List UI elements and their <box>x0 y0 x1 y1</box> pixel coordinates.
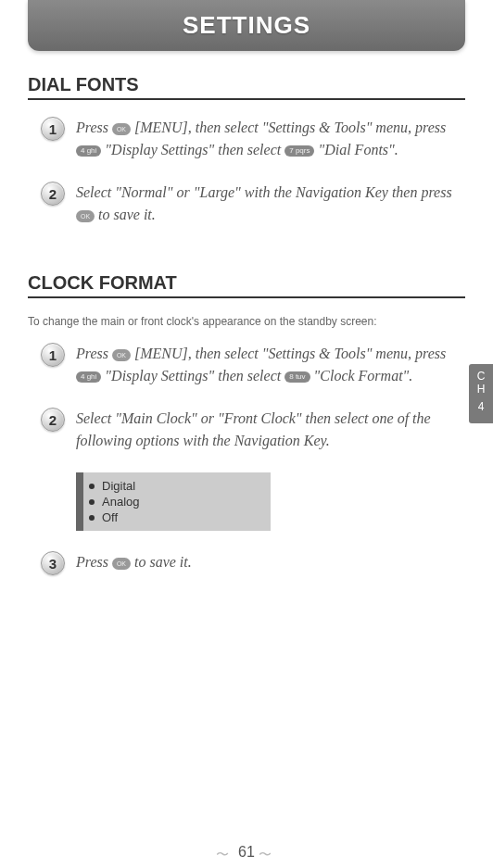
text-fragment: to save it. <box>134 554 192 570</box>
text-fragment: "Clock Format". <box>314 368 413 384</box>
key-7-icon: 7 pqrs <box>284 145 314 157</box>
section-title-clock-format: CLOCK FORMAT <box>28 272 465 294</box>
section-subtitle: To change the main or front clock's appe… <box>28 315 465 328</box>
list-item: Digital <box>85 478 263 494</box>
content-area: DIAL FONTS 1 Press OK [MENU], then selec… <box>0 51 493 575</box>
step-item: 1 Press OK [MENU], then select "Settings… <box>41 117 465 161</box>
step-number-badge: 3 <box>41 551 65 575</box>
step-number-badge: 1 <box>41 117 65 141</box>
step-number-badge: 2 <box>41 182 65 206</box>
text-fragment: Press <box>76 554 112 570</box>
text-fragment: Select "Normal" or "Large" with the Navi… <box>76 184 452 200</box>
text-fragment: "Display Settings" then select <box>105 142 284 157</box>
text-fragment: [MENU], then select "Settings & Tools" m… <box>134 120 446 135</box>
chapter-tab: C H 4 <box>469 364 493 423</box>
step-text: Press OK [MENU], then select "Settings &… <box>76 343 465 387</box>
text-fragment: Press <box>76 346 112 361</box>
page-ornament-right-icon: 〜 <box>259 847 277 858</box>
divider <box>28 296 465 298</box>
chapter-tab-letter: C <box>469 370 493 383</box>
step-item: 1 Press OK [MENU], then select "Settings… <box>41 343 465 387</box>
list-item: Analog <box>85 494 263 509</box>
ok-key-icon: OK <box>112 123 131 135</box>
step-item: 2 Select "Normal" or "Large" with the Na… <box>41 182 465 226</box>
list-item: Off <box>85 509 263 525</box>
divider <box>28 98 465 100</box>
bullet-icon <box>89 499 95 505</box>
key-4-icon: 4 ghi <box>76 371 101 383</box>
step-text: Press OK to save it. <box>76 551 192 573</box>
ok-key-icon: OK <box>112 349 131 361</box>
ok-key-icon: OK <box>112 558 131 570</box>
option-label: Off <box>102 510 118 524</box>
bullet-icon <box>89 515 95 521</box>
chapter-tab-letter: H <box>469 383 493 396</box>
text-fragment: to save it. <box>98 207 156 222</box>
text-fragment: "Dial Fonts". <box>318 142 398 157</box>
step-text: Select "Main Clock" or "Front Clock" the… <box>76 408 465 452</box>
header-tab: SETTINGS <box>28 0 465 51</box>
step-item: 3 Press OK to save it. <box>41 551 465 575</box>
section-title-dial-fonts: DIAL FONTS <box>28 74 465 95</box>
key-8-icon: 8 tuv <box>284 371 310 383</box>
step-text: Press OK [MENU], then select "Settings &… <box>76 117 465 161</box>
ok-key-icon: OK <box>76 210 95 222</box>
key-4-icon: 4 ghi <box>76 145 101 157</box>
text-fragment: "Display Settings" then select <box>105 368 284 384</box>
page-title: SETTINGS <box>28 11 465 40</box>
chapter-tab-number: 4 <box>469 400 493 413</box>
option-label: Analog <box>102 495 139 509</box>
step-text: Select "Normal" or "Large" with the Navi… <box>76 182 465 226</box>
text-fragment: [MENU], then select "Settings & Tools" m… <box>134 346 446 361</box>
step-number-badge: 1 <box>41 343 65 367</box>
page-number-wrap: 〜 61 〜 <box>216 844 277 861</box>
bullet-icon <box>89 484 95 489</box>
page-ornament-left-icon: 〜 <box>216 847 234 858</box>
text-fragment: Press <box>76 120 112 135</box>
step-item: 2 Select "Main Clock" or "Front Clock" t… <box>41 408 465 452</box>
page-number: 61 <box>238 844 255 861</box>
step-number-badge: 2 <box>41 408 65 432</box>
options-box: Digital Analog Off <box>76 472 271 531</box>
option-label: Digital <box>102 479 135 493</box>
